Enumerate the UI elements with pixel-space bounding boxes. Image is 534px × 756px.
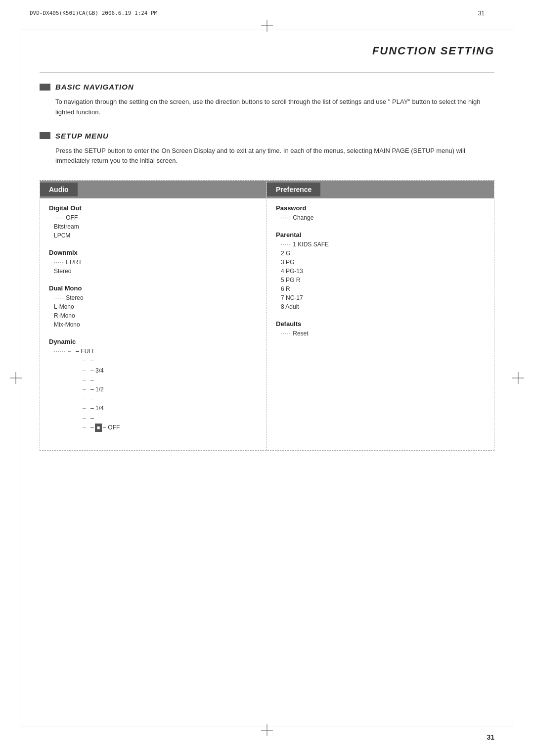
password-item: Password ····· Change bbox=[276, 204, 485, 222]
dynamic-label: Dynamic bbox=[49, 338, 258, 345]
page-number-top: 31 bbox=[478, 10, 485, 17]
defaults-item: Defaults ····· Reset bbox=[276, 320, 485, 338]
basic-navigation-body: To navigation through the setting on the… bbox=[40, 97, 494, 118]
setup-menu-body: Press the SETUP button to enter the On S… bbox=[40, 146, 494, 167]
heading-bar-icon-2 bbox=[40, 132, 50, 139]
option-6r: 6 R bbox=[281, 284, 485, 293]
parental-options: ····· 1 KIDS SAFE 2 G 3 PG 4 PG-13 bbox=[276, 240, 485, 311]
audio-tab-row: Audio bbox=[40, 181, 267, 198]
dual-mono-options: ····· Stereo L-Mono R-Mono Mix-Mono bbox=[49, 293, 258, 329]
downmix-item: Downmix ····· LT/RT Stereo bbox=[49, 249, 258, 276]
option-8adult: 8 Adult bbox=[281, 302, 485, 311]
title-divider bbox=[40, 72, 494, 73]
option-stereo-dual: ····· Stereo bbox=[54, 293, 258, 302]
preference-tab-row: Preference bbox=[267, 181, 494, 198]
digital-out-options: ····· OFF Bitstream LPCM bbox=[49, 213, 258, 240]
dynamic-item: Dynamic ······ – – FULL – – – bbox=[49, 338, 258, 432]
dynamic-row-12: – – 1/2 bbox=[54, 385, 258, 394]
option-lpcm: LPCM bbox=[54, 231, 258, 240]
audio-menu-content: Digital Out ····· OFF Bitstream LPCM bbox=[40, 198, 267, 450]
option-stereo-downmix: Stereo bbox=[54, 267, 258, 276]
dynamic-row-blank1: – – bbox=[54, 356, 258, 366]
option-4pg13: 4 PG-13 bbox=[281, 267, 485, 276]
option-change: ····· Change bbox=[281, 213, 485, 222]
preference-menu-content: Password ····· Change Parental ····· bbox=[267, 198, 494, 356]
preference-tab: Preference bbox=[267, 183, 320, 196]
dots-icon: ····· bbox=[281, 330, 291, 338]
downmix-options: ····· LT/RT Stereo bbox=[49, 258, 258, 276]
option-3pg: 3 PG bbox=[281, 258, 485, 267]
dots-icon: ····· bbox=[281, 214, 291, 222]
option-7nc17: 7 NC-17 bbox=[281, 293, 485, 302]
downmix-label: Downmix bbox=[49, 249, 258, 256]
dual-mono-item: Dual Mono ····· Stereo L-Mono R-Mono bbox=[49, 284, 258, 329]
page-number-bottom: 31 bbox=[487, 733, 494, 741]
dynamic-row-blank2: – – bbox=[54, 376, 258, 385]
basic-navigation-title: BASIC NAVIGATION bbox=[55, 83, 134, 91]
dots-icon: ····· bbox=[54, 294, 64, 302]
password-options: ····· Change bbox=[276, 213, 485, 222]
option-reset: ····· Reset bbox=[281, 329, 485, 338]
dual-mono-label: Dual Mono bbox=[49, 284, 258, 292]
dynamic-options: ······ – – FULL – – – – 3/4 bbox=[49, 347, 258, 432]
dots-icon: ····· bbox=[281, 240, 291, 249]
dynamic-row-blank4: – – bbox=[54, 414, 258, 423]
defaults-options: ····· Reset bbox=[276, 329, 485, 338]
option-rmono: R-Mono bbox=[54, 311, 258, 320]
heading-bar-icon bbox=[40, 84, 50, 91]
off-highlight: ■ bbox=[95, 424, 102, 432]
dots-icon: ····· bbox=[54, 258, 64, 267]
page-title: FUNCTION SETTING bbox=[40, 45, 494, 57]
main-content: FUNCTION SETTING BASIC NAVIGATION To nav… bbox=[40, 45, 494, 451]
option-off: ····· OFF bbox=[54, 213, 258, 222]
dots-icon: ····· bbox=[54, 214, 64, 222]
option-mixmono: Mix-Mono bbox=[54, 320, 258, 329]
digital-out-item: Digital Out ····· OFF Bitstream LPCM bbox=[49, 204, 258, 240]
digital-out-label: Digital Out bbox=[49, 204, 258, 212]
parental-item: Parental ····· 1 KIDS SAFE 2 G 3 PG bbox=[276, 231, 485, 311]
setup-menu-title: SETUP MENU bbox=[55, 132, 109, 140]
option-kids-safe: ····· 1 KIDS SAFE bbox=[281, 240, 485, 249]
dynamic-row-off: – – ■ – OFF bbox=[54, 423, 258, 432]
dots-icon: ······ bbox=[54, 347, 66, 356]
option-5pgr: 5 PG R bbox=[281, 276, 485, 284]
audio-tab: Audio bbox=[40, 183, 78, 196]
dynamic-row-14: – – 1/4 bbox=[54, 404, 258, 413]
dynamic-row-full: ······ – – FULL bbox=[54, 347, 258, 356]
option-2g: 2 G bbox=[281, 249, 485, 258]
diagram-container: Audio Digital Out ····· OFF Bitstream bbox=[40, 180, 494, 451]
password-label: Password bbox=[276, 204, 485, 212]
basic-navigation-heading: BASIC NAVIGATION bbox=[40, 83, 494, 91]
audio-panel: Audio Digital Out ····· OFF Bitstream bbox=[40, 181, 267, 450]
header-meta: DVD-DX405(K501)CA(GB) 2006.6.19 1:24 PM bbox=[30, 10, 157, 16]
dynamic-row-34: – – 3/4 bbox=[54, 366, 258, 376]
option-bitstream: Bitstream bbox=[54, 222, 258, 231]
parental-label: Parental bbox=[276, 231, 485, 238]
option-lmono: L-Mono bbox=[54, 302, 258, 311]
preference-panel: Preference Password ····· Change Parenta… bbox=[267, 181, 494, 450]
option-ltrt: ····· LT/RT bbox=[54, 258, 258, 267]
defaults-label: Defaults bbox=[276, 320, 485, 328]
dynamic-row-blank3: – – bbox=[54, 394, 258, 404]
setup-menu-heading: SETUP MENU bbox=[40, 132, 494, 140]
